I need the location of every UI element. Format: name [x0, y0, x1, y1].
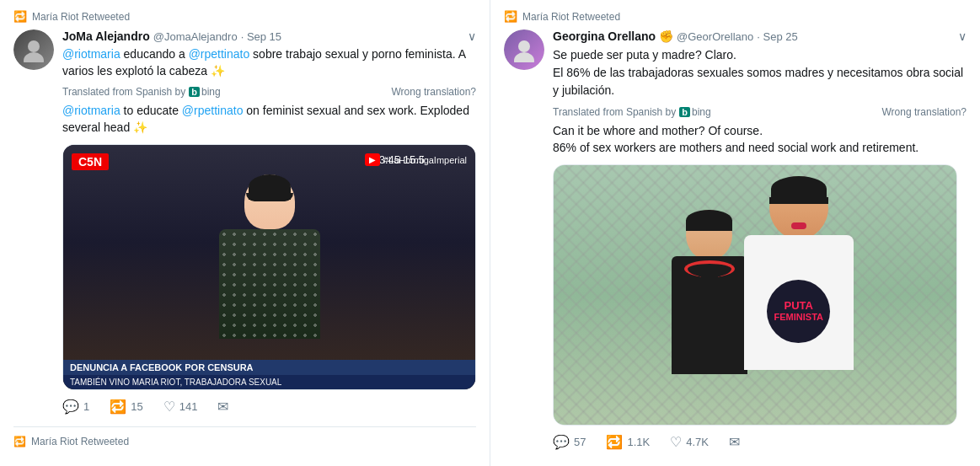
retweet-label-right: María Riot Retweeted: [522, 11, 620, 23]
chevron-icon-left[interactable]: ∨: [468, 29, 476, 43]
retweet-count-left: 15: [131, 400, 142, 413]
photo-container-right[interactable]: PUTA FEMINISTA: [553, 164, 957, 426]
reply-action-right[interactable]: 💬 57: [553, 434, 586, 450]
c5n-logo-text: C5N: [78, 155, 102, 169]
right-tweet-column: 🔁 María Riot Retweeted Georgina Orellano: [490, 0, 980, 466]
author-handle-right[interactable]: @GeorOrellano: [677, 30, 753, 43]
reply-count-left: 1: [83, 400, 89, 413]
translation-source-left: Translated from Spanish by b bing: [62, 86, 221, 98]
translated-from-label-right: Translated from Spanish by: [553, 106, 676, 118]
reply-icon-right: 💬: [553, 434, 570, 450]
right-tweet: Georgina Orellano ✊ @GeorOrellano · Sep …: [504, 29, 967, 450]
translated-mention-riotmaria[interactable]: @riotmaria: [62, 104, 120, 117]
avatar-image-right: [504, 29, 544, 70]
author-emoji-right: ✊: [659, 29, 673, 43]
svg-point-2: [518, 40, 530, 52]
translation-bar-right: Translated from Spanish by b bing Wrong …: [553, 106, 967, 118]
person-bangs: [246, 193, 293, 201]
shirt-logo-circle: PUTA FEMINISTA: [767, 280, 830, 343]
like-action-left[interactable]: ♡ 141: [163, 399, 198, 415]
bing-logo-right: b bing: [679, 106, 710, 118]
tweet-content-right: Georgina Orellano ✊ @GeorOrellano · Sep …: [553, 29, 967, 450]
youtube-icon: ▶: [365, 153, 380, 166]
like-count-right: 4.7K: [686, 436, 709, 448]
retweet-label-left: María Riot Retweeted: [32, 11, 130, 23]
retweet-action-icon-left: 🔁: [110, 399, 126, 415]
left-tweet: JoMa Alejandro @JomaAlejandro · Sep 15 ∨…: [13, 29, 476, 415]
media-container-left[interactable]: C5N 23:45 15.5 ▶ #LaHormigaImperial: [62, 144, 476, 390]
reply-icon-left: 💬: [62, 399, 79, 415]
tweet-content-left: JoMa Alejandro @JomaAlejandro · Sep 15 ∨…: [62, 29, 476, 415]
adult-body: PUTA FEMINISTA: [744, 235, 854, 370]
retweet-header-right: 🔁 María Riot Retweeted: [504, 10, 967, 23]
retweet-action-left[interactable]: 🔁 15: [110, 399, 142, 415]
tv-bar-upper-text: DENUNCIA A FACEBOOK POR CENSURA: [63, 360, 475, 375]
bing-text-left: bing: [201, 86, 221, 98]
retweet-count-right: 1.1K: [627, 436, 650, 448]
tweet-header-left: JoMa Alejandro @JomaAlejandro · Sep 15 ∨: [62, 29, 476, 43]
svg-point-0: [28, 40, 40, 52]
retweet-action-right[interactable]: 🔁 1.1K: [606, 434, 650, 450]
chevron-icon-right[interactable]: ∨: [958, 29, 967, 43]
author-name-right: Georgina Orellano ✊: [553, 29, 673, 43]
author-handle-left: @JomaAlejandro: [153, 30, 238, 43]
like-action-right[interactable]: ♡ 4.7K: [670, 434, 709, 450]
wrong-translation-right[interactable]: Wrong translation?: [882, 106, 967, 118]
mention-rpettinato[interactable]: @rpettinato: [189, 47, 250, 61]
svg-point-3: [514, 52, 534, 62]
tweet-original-text-left: @riotmaria educando a @rpettinato sobre …: [62, 46, 476, 79]
tweet-date-right: · Sep 25: [757, 30, 797, 43]
action-bar-right: 💬 57 🔁 1.1K ♡ 4.7K ✉: [553, 434, 967, 450]
like-count-left: 141: [179, 400, 198, 413]
tv-bar-lower-text: TAMBIÉN VINO MARIA RIOT, TRABAJADORA SEX…: [63, 375, 475, 389]
mail-icon-left: ✉: [217, 399, 228, 415]
shirt-text-puta: PUTA: [785, 299, 813, 313]
bing-b-icon-right: b: [679, 107, 690, 117]
translation-source-right: Translated from Spanish by b bing: [553, 106, 711, 118]
bing-b-icon-left: b: [189, 87, 200, 97]
bing-logo-left: b bing: [189, 86, 220, 98]
tweet-date-left: · Sep 15: [241, 30, 281, 43]
adult-bangs: [769, 197, 828, 204]
tv-channel-info: ▶ #LaHormigaImperial: [365, 153, 467, 166]
c5n-logo: C5N: [72, 153, 109, 170]
tweet-text-part2: educando a: [120, 47, 189, 61]
mail-icon-right: ✉: [729, 434, 740, 450]
translated-line1-right: Can it be whore and mother? Of course.: [553, 124, 763, 137]
avatar-image-left: [13, 29, 54, 70]
mail-action-right[interactable]: ✉: [729, 434, 740, 450]
retweet-icon-right: 🔁: [504, 10, 517, 23]
retweet-header-left: 🔁 María Riot Retweeted: [13, 10, 476, 23]
adult-head: [769, 176, 828, 239]
tv-screen: C5N 23:45 15.5 ▶ #LaHormigaImperial: [63, 145, 475, 389]
author-name-left: JoMa Alejandro: [62, 29, 150, 43]
adult-figure: PUTA FEMINISTA: [723, 172, 875, 425]
action-bar-left: 💬 1 🔁 15 ♡ 141 ✉: [62, 399, 476, 415]
reply-action-left[interactable]: 💬 1: [62, 399, 89, 415]
translated-line2-right: 86% of sex workers are mothers and need …: [553, 141, 918, 154]
avatar-left: [13, 29, 54, 70]
tweet-header-right: Georgina Orellano ✊ @GeorOrellano · Sep …: [553, 29, 967, 43]
translation-bar-left: Translated from Spanish by b bing Wrong …: [62, 86, 476, 98]
tv-lower-bar: DENUNCIA A FACEBOOK POR CENSURA TAMBIÉN …: [63, 360, 475, 389]
left-tweet-column: 🔁 María Riot Retweeted JoMa Alejandro @J…: [0, 0, 490, 466]
bing-text-right: bing: [692, 106, 711, 118]
mail-action-left[interactable]: ✉: [217, 399, 228, 415]
bottom-retweet-left: 🔁 María Riot Retweeted: [13, 426, 476, 447]
person-head: [244, 174, 295, 229]
mention-riotmaria-1[interactable]: @riotmaria: [62, 47, 120, 61]
translated-text-part1: to educate: [120, 104, 182, 117]
like-icon-right: ♡: [670, 434, 682, 450]
polka-dot-pattern: [219, 229, 320, 339]
translated-from-label-left: Translated from Spanish by: [62, 86, 185, 98]
tweet-author-left: JoMa Alejandro @JomaAlejandro · Sep 15: [62, 29, 281, 43]
wrong-translation-left[interactable]: Wrong translation?: [392, 86, 477, 98]
bottom-retweet-icon-left: 🔁: [13, 436, 26, 447]
tv-person-figure: [194, 174, 345, 343]
reply-count-right: 57: [574, 436, 586, 448]
translated-mention-rpettinato[interactable]: @rpettinato: [182, 104, 244, 117]
tv-hashtag: #LaHormigaImperial: [383, 155, 467, 165]
shirt-text-feminista: FEMINISTA: [774, 312, 823, 323]
bottom-retweet-label-left: María Riot Retweeted: [31, 436, 129, 447]
translated-text-right: Can it be whore and mother? Of course. 8…: [553, 123, 967, 156]
